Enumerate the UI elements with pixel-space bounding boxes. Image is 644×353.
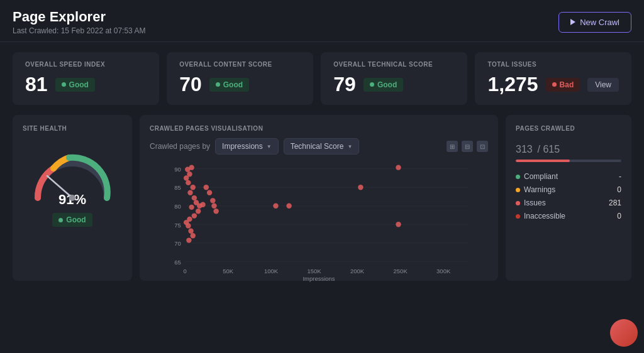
site-health-badge: Good xyxy=(52,213,92,227)
total-issues-label: TOTAL ISSUES xyxy=(487,61,619,68)
pages-progress-bar xyxy=(516,160,621,162)
site-health-label: SITE HEALTH xyxy=(23,125,67,132)
svg-text:150K: 150K xyxy=(308,268,322,274)
svg-text:Impressions: Impressions xyxy=(303,275,335,282)
svg-point-42 xyxy=(204,185,209,190)
technical-score-dropdown-label: Technical Score xyxy=(291,142,344,151)
svg-text:65: 65 xyxy=(174,259,181,266)
list-item: Issues 281 xyxy=(516,198,621,207)
svg-text:75: 75 xyxy=(174,222,181,229)
svg-text:250K: 250K xyxy=(394,268,408,274)
issues-dot xyxy=(552,82,557,87)
pages-crawled-number: 313 / 615 xyxy=(516,137,621,157)
new-crawl-label: New Crawl xyxy=(580,18,619,27)
technical-dot xyxy=(370,82,374,87)
technical-score-card: OVERALL TECHNICAL SCORE 79 Good xyxy=(321,52,467,105)
svg-point-26 xyxy=(186,180,191,185)
stat-dot xyxy=(516,214,520,219)
stat-dot xyxy=(516,188,520,192)
svg-point-51 xyxy=(396,222,401,227)
content-score-card: OVERALL CONTENT SCORE 70 Good xyxy=(167,52,313,105)
crawled-pages-title: CRAWLED PAGES VISUALISATION xyxy=(150,125,488,132)
speed-index-card: OVERALL SPEED INDEX 81 Good xyxy=(13,52,159,105)
gauge-container xyxy=(28,144,116,198)
svg-point-27 xyxy=(191,185,196,190)
site-health-dot xyxy=(58,218,63,222)
technical-score-dropdown-arrow: ▼ xyxy=(347,144,352,149)
total-issues-badge: Bad xyxy=(546,78,580,92)
chart-icon-1[interactable]: ⊞ xyxy=(447,141,458,152)
chart-icon-3[interactable]: ⊡ xyxy=(477,141,488,152)
svg-point-1 xyxy=(69,195,75,201)
svg-point-46 xyxy=(213,209,218,214)
stat-label: Compliant xyxy=(516,172,558,181)
svg-text:300K: 300K xyxy=(436,268,451,274)
play-icon xyxy=(570,19,575,25)
technical-badge-label: Good xyxy=(377,80,397,89)
speed-index-label: OVERALL SPEED INDEX xyxy=(25,61,147,68)
svg-text:90: 90 xyxy=(174,166,181,173)
list-item: Compliant - xyxy=(516,172,621,181)
svg-text:85: 85 xyxy=(174,184,181,191)
svg-point-40 xyxy=(191,233,196,238)
pages-crawled-label: PAGES CRAWLED xyxy=(516,125,621,132)
crawled-controls: Crawled pages by Impressions ▼ Technical… xyxy=(150,138,488,155)
svg-point-28 xyxy=(187,190,192,195)
technical-score-dropdown[interactable]: Technical Score ▼ xyxy=(284,138,360,155)
impressions-dropdown-label: Impressions xyxy=(222,142,263,151)
svg-point-39 xyxy=(188,229,193,234)
svg-point-25 xyxy=(189,165,194,170)
speed-index-value: 81 xyxy=(25,73,48,96)
bottom-row: SITE HEALTH 91% Good xyxy=(0,115,644,291)
content-badge-label: Good xyxy=(223,80,243,89)
new-crawl-button[interactable]: New Crawl xyxy=(558,12,631,33)
technical-score-label: OVERALL TECHNICAL SCORE xyxy=(333,61,455,68)
content-score-label: OVERALL CONTENT SCORE xyxy=(179,61,301,68)
svg-point-45 xyxy=(211,204,216,209)
impressions-dropdown[interactable]: Impressions ▼ xyxy=(215,138,279,155)
technical-score-value-row: 79 Good xyxy=(333,73,455,96)
view-button[interactable]: View xyxy=(587,78,619,92)
crawled-pages-card: CRAWLED PAGES VISUALISATION Crawled page… xyxy=(140,115,498,281)
svg-point-35 xyxy=(192,213,197,218)
content-dot xyxy=(216,82,220,87)
svg-point-33 xyxy=(200,202,205,207)
stat-value: - xyxy=(619,172,621,181)
svg-point-48 xyxy=(286,204,291,209)
svg-point-49 xyxy=(358,185,363,190)
svg-text:0: 0 xyxy=(183,268,186,274)
svg-text:80: 80 xyxy=(174,203,181,210)
svg-point-44 xyxy=(210,198,215,203)
total-issues-card: TOTAL ISSUES 1,275 Bad View xyxy=(475,52,631,105)
svg-point-38 xyxy=(186,223,191,228)
chart-icon-2[interactable]: ⊟ xyxy=(462,141,473,152)
total-issues-badge-label: Bad xyxy=(560,80,574,89)
crawled-by-label: Crawled pages by xyxy=(150,142,210,151)
speed-dot xyxy=(62,82,66,87)
total-issues-value-row: 1,275 Bad View xyxy=(487,73,619,96)
svg-text:70: 70 xyxy=(174,240,181,247)
page-title: Page Explorer xyxy=(13,9,145,25)
header-left: Page Explorer Last Crawled: 15 Feb 2022 … xyxy=(13,9,145,35)
speed-badge-label: Good xyxy=(69,80,89,89)
scatter-chart: 90 85 80 75 70 65 0 50K 100K 150K 200K 2… xyxy=(150,160,488,282)
avatar[interactable] xyxy=(610,319,638,347)
content-score-badge: Good xyxy=(209,78,249,92)
content-score-value: 70 xyxy=(179,73,202,96)
speed-index-badge: Good xyxy=(55,78,95,92)
gauge-svg xyxy=(28,144,116,207)
total-issues-value: 1,275 xyxy=(487,73,538,96)
svg-point-29 xyxy=(192,195,197,200)
stat-value: 0 xyxy=(617,185,621,194)
technical-score-value: 79 xyxy=(333,73,356,96)
stat-label: Inaccessible xyxy=(516,212,565,220)
stat-label: Warnings xyxy=(516,185,555,194)
stat-label: Issues xyxy=(516,198,546,207)
svg-point-43 xyxy=(207,190,212,195)
list-item: Inaccessible 0 xyxy=(516,212,621,220)
svg-point-47 xyxy=(273,204,278,209)
content-score-value-row: 70 Good xyxy=(179,73,301,96)
site-health-card: SITE HEALTH 91% Good xyxy=(13,115,132,281)
svg-point-24 xyxy=(184,175,189,180)
svg-point-31 xyxy=(189,205,194,210)
